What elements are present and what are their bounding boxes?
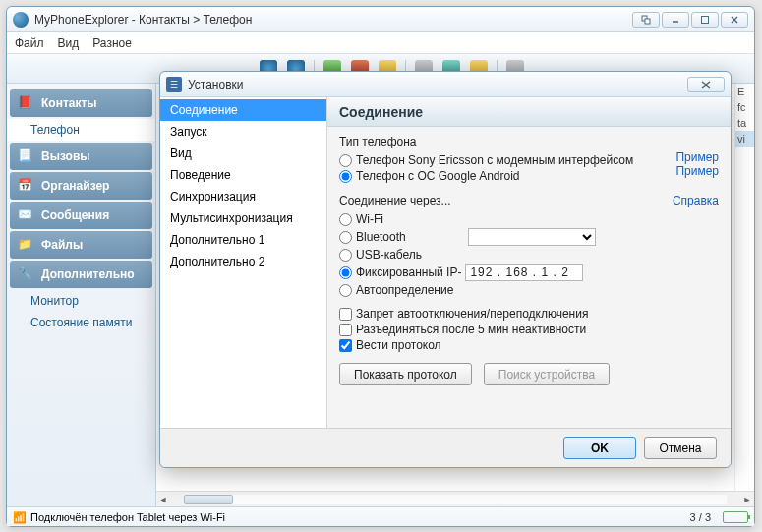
- close-button[interactable]: [721, 12, 748, 28]
- checkbox-log[interactable]: [339, 339, 352, 352]
- sidebar-group-calls[interactable]: 📃 Вызовы: [10, 143, 152, 170]
- index-letter[interactable]: ta: [735, 115, 754, 131]
- organizer-icon: 📅: [18, 178, 35, 194]
- nav-multisync[interactable]: Мультисинхронизация: [160, 207, 326, 229]
- index-letter[interactable]: vi: [735, 131, 754, 147]
- dialog-titlebar: ☰ Установки: [160, 72, 731, 97]
- flags-group: Запрет автоотключения/переподключения Ра…: [339, 306, 719, 353]
- ok-button[interactable]: OK: [563, 437, 636, 459]
- check-dc-5min[interactable]: Разъединяться после 5 мин неактивности: [339, 322, 719, 337]
- nav-extra1[interactable]: Дополнительно 1: [160, 229, 326, 251]
- checkbox-no-autodc[interactable]: [339, 308, 352, 321]
- sidebar-group-contacts[interactable]: 📕 Контакты: [10, 89, 152, 117]
- statusbar: 📶 Подключён телефон Tablet через Wi-Fi 3…: [7, 506, 754, 526]
- phone-type-group: Тип телефона Пример Пример Телефон Sony …: [339, 135, 719, 184]
- alpha-index: E fc ta vi: [734, 84, 754, 506]
- ip-input[interactable]: 192 . 168 . 1 . 2: [465, 264, 583, 281]
- cancel-button[interactable]: Отмена: [644, 437, 717, 459]
- horizontal-scrollbar[interactable]: ◄ ►: [156, 491, 754, 506]
- scroll-thumb[interactable]: [184, 495, 233, 504]
- files-icon: 📁: [18, 237, 35, 253]
- titlebar: MyPhoneExplorer - Контакты > Телефон: [7, 7, 754, 32]
- panel-heading: Соединение: [327, 97, 731, 127]
- tools-icon: 🔧: [18, 266, 35, 282]
- aux-button[interactable]: [632, 12, 660, 28]
- search-device-button[interactable]: Поиск устройства: [484, 363, 610, 385]
- app-icon: [13, 12, 29, 28]
- connect-wifi[interactable]: Wi-Fi: [339, 211, 719, 227]
- contacts-icon: 📕: [18, 95, 35, 111]
- maximize-button[interactable]: [691, 12, 719, 28]
- checkbox-dc-5min[interactable]: [339, 324, 352, 336]
- dialog-icon: ☰: [166, 77, 182, 92]
- window-title: MyPhoneExplorer - Контакты > Телефон: [34, 13, 632, 27]
- sidebar-group-messages[interactable]: ✉️ Сообщения: [10, 202, 152, 229]
- connect-auto[interactable]: Автоопределение: [339, 282, 719, 298]
- minimize-button[interactable]: [662, 12, 689, 28]
- dialog-nav: Соединение Запуск Вид Поведение Синхрони…: [160, 97, 327, 428]
- scroll-right-icon[interactable]: ►: [740, 493, 754, 506]
- connect-via-group: Соединение через... Справка Wi-Fi Blueto…: [339, 194, 719, 298]
- phone-type-label: Тип телефона: [339, 135, 719, 148]
- example-link-1[interactable]: Пример: [675, 150, 719, 164]
- connect-bluetooth[interactable]: Bluetooth: [339, 227, 719, 247]
- sidebar-group-organizer[interactable]: 📅 Органайзер: [10, 172, 152, 200]
- sidebar-item-monitor[interactable]: Монитор: [7, 290, 155, 312]
- sidebar-item-memory[interactable]: Состояние памяти: [7, 312, 155, 333]
- help-link[interactable]: Справка: [673, 194, 719, 207]
- dialog-footer: OK Отмена: [160, 428, 731, 467]
- calls-icon: 📃: [18, 148, 35, 164]
- svg-rect-1: [645, 19, 650, 24]
- connect-usb[interactable]: USB-кабель: [339, 247, 719, 263]
- radio-android[interactable]: [339, 170, 352, 183]
- phone-type-sony[interactable]: Телефон Sony Ericsson с модемным интерфе…: [339, 152, 719, 168]
- status-count: 3 / 3: [690, 511, 711, 523]
- settings-dialog: ☰ Установки Соединение Запуск Вид Поведе…: [159, 71, 732, 468]
- nav-behavior[interactable]: Поведение: [160, 164, 326, 186]
- radio-bluetooth[interactable]: [339, 231, 352, 244]
- scroll-left-icon[interactable]: ◄: [156, 493, 170, 506]
- example-link-2[interactable]: Пример: [675, 164, 719, 178]
- sidebar: 📕 Контакты Телефон 📃 Вызовы 📅 Органайзер…: [7, 84, 156, 506]
- sidebar-group-extra[interactable]: 🔧 Дополнительно: [10, 261, 152, 288]
- radio-auto[interactable]: [339, 284, 352, 297]
- menubar: Файл Вид Разное: [7, 32, 754, 54]
- dialog-title: Установки: [188, 78, 687, 91]
- radio-usb[interactable]: [339, 249, 352, 262]
- connect-fixed-ip[interactable]: Фиксированный IP- 192 . 168 . 1 . 2: [339, 263, 719, 282]
- radio-sony[interactable]: [339, 154, 352, 167]
- dialog-close-button[interactable]: [687, 77, 725, 92]
- battery-icon: [723, 511, 748, 523]
- radio-fixed-ip[interactable]: [339, 266, 352, 279]
- menu-file[interactable]: Файл: [15, 36, 44, 50]
- dialog-panel: Соединение Тип телефона Пример Пример Те…: [327, 97, 731, 428]
- messages-icon: ✉️: [18, 207, 35, 223]
- index-letter[interactable]: fc: [735, 99, 754, 115]
- menu-view[interactable]: Вид: [58, 36, 80, 50]
- connect-via-label: Соединение через... Справка: [339, 194, 719, 207]
- radio-wifi[interactable]: [339, 213, 352, 226]
- check-no-autodc[interactable]: Запрет автоотключения/переподключения: [339, 306, 719, 322]
- menu-misc[interactable]: Разное: [92, 36, 132, 50]
- show-log-button[interactable]: Показать протокол: [339, 363, 472, 385]
- nav-sync[interactable]: Синхронизация: [160, 186, 326, 207]
- svg-rect-3: [702, 16, 709, 23]
- check-log[interactable]: Вести протокол: [339, 337, 719, 353]
- sidebar-item-phone[interactable]: Телефон: [7, 119, 155, 141]
- status-text: Подключён телефон Tablet через Wi-Fi: [30, 511, 678, 523]
- sidebar-group-files[interactable]: 📁 Файлы: [10, 231, 152, 259]
- nav-startup[interactable]: Запуск: [160, 121, 326, 143]
- nav-extra2[interactable]: Дополнительно 2: [160, 251, 326, 272]
- nav-view[interactable]: Вид: [160, 143, 326, 164]
- signal-icon: 📶: [13, 511, 27, 523]
- phone-type-android[interactable]: Телефон с ОС Google Android: [339, 168, 719, 184]
- bluetooth-combo[interactable]: [468, 228, 596, 246]
- index-letter[interactable]: E: [735, 84, 754, 99]
- nav-connection[interactable]: Соединение: [160, 99, 326, 121]
